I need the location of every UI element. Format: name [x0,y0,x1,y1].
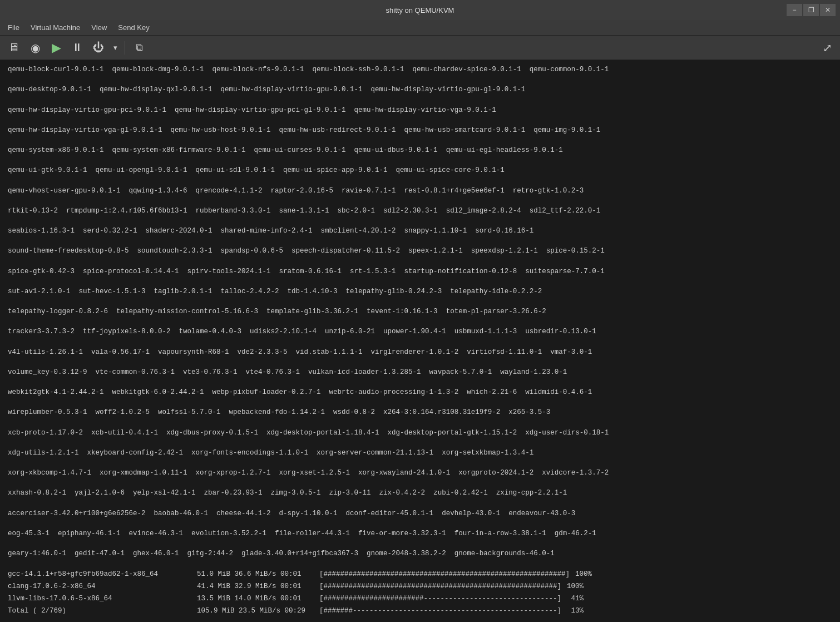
progress-bar: [#######################################… [319,569,570,580]
progress-label: gcc-14.1.1+r58+gfc9fb69ad62-1-x86_64 [8,569,197,580]
progress-row: gcc-14.1.1+r58+gfc9fb69ad62-1-x86_64 51.… [8,569,832,580]
terminal-line: qemu-ui-gtk-9.0.1-1 qemu-ui-opengl-9.0.1… [8,165,832,175]
progress-label: Total ( 2/769) [8,605,197,616]
menu-file[interactable]: File [2,22,25,33]
terminal-line: xxhash-0.8.2-1 yajl-2.1.0-6 yelp-xsl-42.… [8,488,832,498]
terminal-line: webkit2gtk-4.1-2.44.2-1 webkitgtk-6.0-2.… [8,387,832,397]
progress-size-speed: 41.4 MiB 32.9 MiB/s 00:01 [197,581,319,592]
terminal-line: tracker3-3.7.3-2 ttf-joypixels-8.0.0-2 t… [8,327,832,337]
terminal-line: seabios-1.16.3-1 serd-0.32.2-1 shaderc-2… [8,226,832,236]
minimize-button[interactable]: − [787,4,802,16]
progress-size-speed: 51.0 MiB 36.6 MiB/s 00:01 [197,569,319,580]
terminal-line: xcb-proto-1.17.0-2 xcb-util-0.4.1-1 xdg-… [8,428,832,438]
menu-send-key[interactable]: Send Key [112,22,155,33]
terminal-line: spice-gtk-0.42-3 spice-protocol-0.14.4-1… [8,266,832,277]
progress-row: llvm-libs-17.0.6-5-x86_64 13.5 MiB 14.0 … [8,593,832,604]
terminal-line: wireplumber-0.5.3-1 woff2-1.0.2-5 wolfss… [8,407,832,417]
terminal-line: qemu-hw-display-virtio-vga-gl-9.0.1-1 qe… [8,125,832,135]
terminal-line: qemu-block-curl-9.0.1-1 qemu-block-dmg-9… [8,65,832,75]
progress-row: clang-17.0.6-2-x86_64 41.4 MiB 32.9 MiB/… [8,581,832,592]
play-button[interactable]: ▶ [47,40,66,56]
progress-percent: 41% [561,593,584,604]
terminal-line: v4l-utils-1.26.1-1 vala-0.56.17-1 vapour… [8,347,832,357]
terminal-line: telepathy-logger-0.8.2-6 telepathy-missi… [8,307,832,317]
power-button[interactable]: ⏻ [89,40,108,56]
display-button[interactable]: 🖥 [4,40,23,56]
progress-label: llvm-libs-17.0.6-5-x86_64 [8,593,197,604]
terminal-line: rtkit-0.13-2 rtmpdump-1:2.4.r105.6f6bb13… [8,206,832,216]
progress-percent: 100% [561,581,584,592]
pause-button[interactable]: ⏸ [68,40,87,56]
terminal-line: eog-45.3-1 epiphany-46.1-1 evince-46.3-1… [8,529,832,539]
window-controls: − ❐ ✕ [787,4,836,16]
terminal-line: qemu-vhost-user-gpu-9.0.1-1 qqwing-1.3.4… [8,186,832,196]
progress-size-speed: 13.5 MiB 14.0 MiB/s 00:01 [197,593,319,604]
screenshot-icon: ⧉ [136,42,143,53]
play-icon: ▶ [52,41,61,55]
terminal-output: qemu-block-curl-9.0.1-1 qemu-block-dmg-9… [0,60,840,566]
progress-row: Total ( 2/769) 105.9 MiB 23.5 MiB/s 00:2… [8,605,832,616]
progress-section: gcc-14.1.1+r58+gfc9fb69ad62-1-x86_64 51.… [0,566,840,622]
display-icon: 🖥 [8,41,19,54]
main-window: shitty on QEMU/KVM − ❐ ✕ File Virtual Ma… [0,0,840,622]
titlebar: shitty on QEMU/KVM − ❐ ✕ [0,0,840,20]
screenshot-button[interactable]: ⧉ [130,40,149,56]
settings-icon: ◉ [31,41,40,55]
progress-percent: 13% [561,605,584,616]
toolbar-separator [125,41,125,55]
progress-bar: [#######################################… [319,581,561,592]
restore-button[interactable]: ❐ [803,4,819,16]
terminal-line: xdg-utils-1.2.1-1 xkeyboard-config-2.42-… [8,448,832,458]
power-icon: ⏻ [93,41,104,54]
power-dropdown-button[interactable]: ▾ [110,40,120,56]
toolbar: 🖥 ◉ ▶ ⏸ ⏻ ▾ ⧉ ⤢ [0,36,840,60]
terminal-line: sound-theme-freedesktop-0.8-5 soundtouch… [8,246,832,256]
menu-virtual-machine[interactable]: Virtual Machine [25,22,86,33]
settings-button[interactable]: ◉ [26,40,45,56]
terminal-line: qemu-system-x86-9.0.1-1 qemu-system-x86-… [8,145,832,155]
terminal-line: sut-av1-2.1.0-1 sut-hevc-1.5.1-3 taglib-… [8,287,832,297]
terminal-line: xorg-xkbcomp-1.4.7-1 xorg-xmodmap-1.0.11… [8,468,832,478]
terminal-line: qemu-desktop-9.0.1-1 qemu-hw-display-qxl… [8,85,832,95]
expand-button[interactable]: ⤢ [819,40,836,56]
progress-label: clang-17.0.6-2-x86_64 [8,581,197,592]
progress-size-speed: 105.9 MiB 23.5 MiB/s 00:29 [197,605,319,616]
terminal-line: geary-1:46.0-1 gedit-47.0-1 ghex-46.0-1 … [8,549,832,559]
menubar: File Virtual Machine View Send Key [0,20,840,36]
close-button[interactable]: ✕ [820,4,836,16]
window-title: shitty on QEMU/KVM [386,6,454,14]
terminal-line: accerciser-3.42.0+r100+g6e6256e-2 baobab… [8,509,832,519]
expand-icon: ⤢ [823,41,832,55]
terminal-line: qemu-hw-display-virtio-gpu-pci-9.0.1-1 q… [8,105,832,115]
menu-view[interactable]: View [86,22,112,33]
pause-icon: ⏸ [72,41,83,54]
progress-bar: [#######--------------------------------… [319,605,561,616]
terminal-line: volume_key-0.3.12-9 vte-common-0.76.3-1 … [8,367,832,377]
progress-bar: [########################---------------… [319,593,561,604]
progress-percent: 100% [570,569,592,580]
